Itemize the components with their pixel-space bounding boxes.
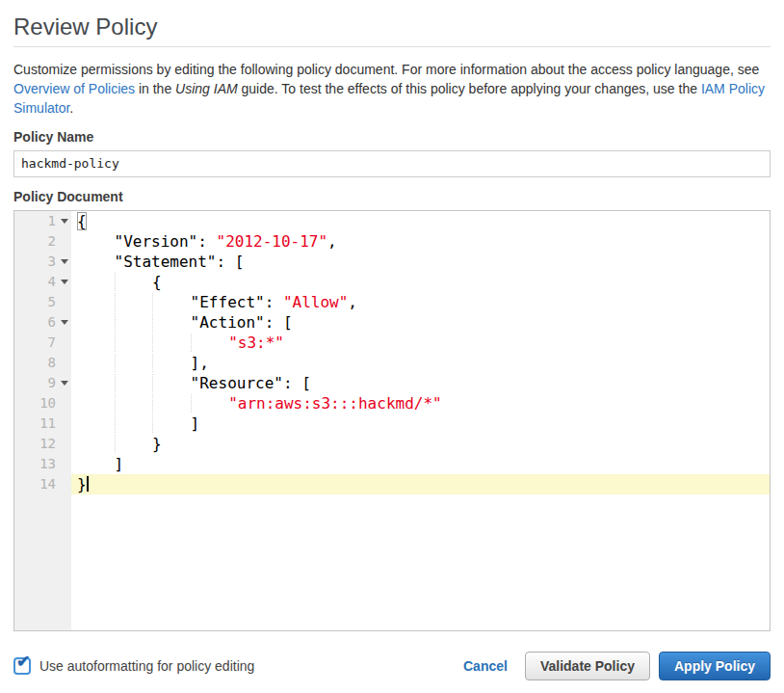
indent-guide	[115, 313, 153, 332]
line-number: 8	[14, 353, 71, 373]
code-line[interactable]: }	[71, 434, 770, 454]
line-number: 5	[14, 292, 71, 312]
indent-guide	[115, 333, 153, 352]
fold-arrow-icon[interactable]	[61, 320, 68, 325]
line-number: 6	[14, 312, 71, 333]
line-number: 9	[14, 373, 71, 393]
policy-name-label: Policy Name	[13, 129, 771, 145]
line-number: 13	[14, 454, 71, 474]
validate-policy-button[interactable]: Validate Policy	[525, 652, 650, 680]
line-number: 10	[14, 393, 71, 413]
code-line[interactable]: "arn:aws:s3:::hackmd/*"	[71, 393, 770, 413]
code-text: ,	[327, 232, 337, 251]
fold-arrow-icon[interactable]	[61, 259, 68, 264]
intro-text-1: Customize permissions by editing the fol…	[13, 62, 759, 77]
indent-guide	[77, 293, 115, 311]
code-line[interactable]: "Resource": [	[71, 373, 770, 393]
indent-guide	[115, 374, 153, 392]
code-line[interactable]: ]	[71, 413, 770, 434]
title-divider	[13, 46, 771, 47]
indent-guide	[152, 394, 191, 413]
indent-guide	[77, 435, 115, 453]
code-line[interactable]: {	[71, 211, 770, 231]
indent-guide	[115, 394, 153, 413]
intro-text-3: guide. To test the effects of this polic…	[238, 81, 701, 96]
line-number: 12	[14, 434, 71, 454]
indent-guide	[152, 374, 191, 392]
apply-policy-button[interactable]: Apply Policy	[659, 652, 771, 680]
fold-arrow-icon[interactable]	[61, 381, 68, 386]
policy-name-input[interactable]	[13, 150, 771, 177]
code-text: {	[152, 273, 162, 291]
autoformat-label: Use autoformatting for policy editing	[39, 658, 254, 674]
line-number: 14	[14, 474, 71, 494]
indent-guide	[191, 333, 229, 352]
code-text: "Version":	[115, 232, 217, 251]
code-line[interactable]: "Version": "2012-10-17",	[71, 231, 770, 252]
indent-guide	[77, 253, 115, 271]
code-text: }	[77, 475, 87, 493]
using-iam-text: Using IAM	[175, 81, 238, 96]
indent-guide	[77, 374, 115, 392]
code-line[interactable]: "Effect": "Allow",	[71, 292, 770, 312]
code-line[interactable]: "Action": [	[71, 312, 770, 333]
editor-gutter: 1234567891011121314	[14, 211, 71, 630]
code-text: ]	[115, 455, 124, 473]
indent-guide	[115, 273, 153, 291]
code-string: "2012-10-17"	[217, 232, 328, 251]
cancel-link[interactable]: Cancel	[463, 658, 508, 674]
indent-guide	[152, 293, 191, 311]
autoformat-checkbox[interactable]: ✔	[13, 657, 31, 675]
code-line[interactable]: ],	[71, 353, 770, 373]
code-text: ],	[191, 354, 209, 372]
line-number: 3	[14, 252, 71, 272]
code-line[interactable]: }	[71, 474, 770, 494]
indent-guide	[152, 333, 191, 352]
line-number: 2	[14, 231, 71, 252]
code-line[interactable]: "s3:*"	[71, 333, 770, 353]
indent-guide	[152, 313, 191, 332]
indent-guide	[152, 354, 191, 372]
code-line[interactable]: "Statement": [	[71, 252, 770, 272]
intro-text-4: .	[69, 100, 73, 116]
footer-bar: ✔ Use autoformatting for policy editing …	[13, 652, 771, 680]
intro-text-2: in the	[135, 81, 175, 96]
line-number: 11	[14, 413, 71, 434]
review-policy-page: Review Policy Customize permissions by e…	[0, 13, 784, 680]
line-number: 4	[14, 272, 71, 292]
code-line[interactable]: {	[71, 272, 770, 292]
indent-guide	[191, 394, 229, 413]
indent-guide	[77, 232, 115, 251]
indent-guide	[152, 414, 191, 433]
checkmark-icon: ✔	[16, 653, 30, 670]
overview-of-policies-link[interactable]: Overview of Policies	[13, 81, 135, 96]
indent-guide	[115, 414, 153, 433]
code-text: "Resource": [	[191, 374, 311, 392]
code-line[interactable]: ]	[71, 454, 770, 474]
indent-guide	[115, 293, 153, 311]
indent-guide	[77, 455, 115, 473]
code-string: "arn:aws:s3:::hackmd/*"	[228, 394, 442, 413]
page-title: Review Policy	[13, 13, 771, 40]
indent-guide	[115, 354, 153, 372]
code-text: ]	[191, 414, 200, 433]
text-cursor	[87, 476, 89, 492]
policy-editor[interactable]: 1234567891011121314 { "Version": "2012-1…	[13, 210, 771, 631]
indent-guide	[77, 394, 115, 413]
indent-guide	[77, 333, 115, 352]
code-string: "s3:*"	[228, 333, 284, 352]
indent-guide	[77, 354, 115, 372]
indent-guide	[115, 435, 153, 453]
code-text: {	[77, 212, 87, 230]
line-number: 1	[14, 211, 71, 231]
code-text: }	[152, 435, 162, 453]
indent-guide	[77, 313, 115, 332]
autoformat-option: ✔ Use autoformatting for policy editing	[13, 657, 254, 675]
fold-arrow-icon[interactable]	[61, 219, 68, 224]
indent-guide	[77, 414, 115, 433]
indent-guide	[77, 273, 115, 291]
code-area[interactable]: { "Version": "2012-10-17", "Statement": …	[71, 211, 770, 630]
fold-arrow-icon[interactable]	[61, 280, 68, 284]
code-text: ,	[348, 293, 357, 311]
code-string: "Allow"	[283, 293, 348, 311]
